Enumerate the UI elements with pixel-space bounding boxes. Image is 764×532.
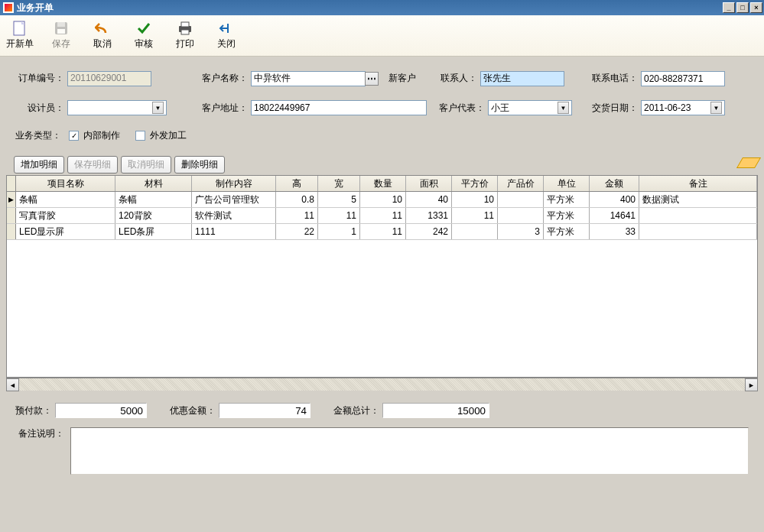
- cell-amount[interactable]: 33: [590, 224, 639, 239]
- cell-width[interactable]: 5: [318, 192, 360, 207]
- cell-project[interactable]: 条幅: [16, 192, 115, 207]
- cell-qty[interactable]: 10: [360, 192, 406, 207]
- row-indicator: [7, 224, 16, 239]
- cell-height[interactable]: 11: [276, 208, 318, 223]
- cell-area[interactable]: 1331: [406, 208, 452, 223]
- delivery-date-label: 交货日期：: [589, 102, 638, 115]
- cell-content[interactable]: 1111: [192, 224, 276, 239]
- table-row[interactable]: 写真背胶120背胶软件测试111111133111平方米14641: [7, 208, 757, 224]
- cell-note[interactable]: [639, 208, 757, 223]
- cell-qty[interactable]: 11: [360, 208, 406, 223]
- col-material[interactable]: 材料: [115, 176, 192, 191]
- chevron-down-icon: ▼: [152, 102, 164, 114]
- cell-project[interactable]: LED显示屏: [16, 224, 115, 239]
- delivery-date-picker[interactable]: 2011-06-23 ▼: [641, 100, 725, 115]
- outsource-checkbox[interactable]: [135, 131, 145, 141]
- table-row[interactable]: ▶条幅条幅广告公司管理软0.85104010平方米400数据测试: [7, 192, 757, 208]
- cell-unit[interactable]: 平方米: [544, 192, 590, 207]
- designer-label: 设计员：: [15, 102, 64, 115]
- cell-sqprice[interactable]: 10: [452, 192, 498, 207]
- row-indicator: ▶: [7, 192, 16, 207]
- col-width[interactable]: 宽: [318, 176, 360, 191]
- cell-material[interactable]: 条幅: [115, 192, 192, 207]
- cell-width[interactable]: 11: [318, 208, 360, 223]
- prepay-field[interactable]: [55, 403, 147, 418]
- close-button[interactable]: 关闭: [213, 21, 240, 50]
- cell-material[interactable]: 120背胶: [115, 208, 192, 223]
- new-icon: [12, 21, 28, 36]
- detail-grid: 项目名称 材料 制作内容 高 宽 数量 面积 平方价 产品价 单位 金额 备注 …: [6, 175, 758, 378]
- cell-content[interactable]: 广告公司管理软: [192, 192, 276, 207]
- cell-prodprice[interactable]: [498, 192, 544, 207]
- total-field[interactable]: [382, 403, 489, 418]
- print-button[interactable]: 打印: [171, 21, 199, 50]
- total-label: 金额总计：: [333, 404, 379, 417]
- minimize-button[interactable]: _: [723, 2, 735, 13]
- col-project[interactable]: 项目名称: [16, 176, 115, 191]
- cell-project[interactable]: 写真背胶: [16, 208, 115, 223]
- save-detail-button: 保存明细: [67, 156, 118, 174]
- delete-detail-button[interactable]: 删除明细: [174, 156, 225, 174]
- table-row[interactable]: LED显示屏LED条屏1111221112423平方米33: [7, 224, 757, 240]
- col-height[interactable]: 高: [276, 176, 318, 191]
- col-note[interactable]: 备注: [639, 176, 757, 191]
- cell-qty[interactable]: 11: [360, 224, 406, 239]
- cell-sqprice[interactable]: [452, 224, 498, 239]
- app-icon: [3, 2, 14, 13]
- scroll-right-button[interactable]: ►: [745, 378, 758, 391]
- internal-checkbox[interactable]: ✓: [69, 131, 79, 141]
- cell-area[interactable]: 40: [406, 192, 452, 207]
- cell-height[interactable]: 0.8: [276, 192, 318, 207]
- cell-unit[interactable]: 平方米: [544, 208, 590, 223]
- cust-addr-field[interactable]: [251, 100, 427, 115]
- cell-area[interactable]: 242: [406, 224, 452, 239]
- cell-amount[interactable]: 400: [590, 192, 639, 207]
- contact-field[interactable]: [480, 71, 564, 86]
- col-qty[interactable]: 数量: [360, 176, 406, 191]
- titlebar: 业务开单 _ □ ×: [0, 0, 764, 15]
- cancel-detail-button: 取消明细: [121, 156, 171, 174]
- cell-unit[interactable]: 平方米: [544, 224, 590, 239]
- cell-note[interactable]: 数据测试: [639, 192, 757, 207]
- cust-lookup-button[interactable]: ⋯: [365, 72, 379, 86]
- remarks-field[interactable]: [70, 427, 749, 475]
- designer-combo[interactable]: ▼: [67, 100, 167, 115]
- undo-icon: [95, 21, 110, 36]
- cell-amount[interactable]: 14641: [590, 208, 639, 223]
- audit-button[interactable]: 审核: [130, 21, 158, 50]
- row-indicator-header: [7, 176, 16, 191]
- close-window-button[interactable]: ×: [750, 2, 762, 13]
- prepay-label: 预付款：: [15, 404, 52, 417]
- add-detail-button[interactable]: 增加明细: [14, 156, 64, 174]
- row-indicator: [7, 208, 16, 223]
- col-sqprice[interactable]: 平方价: [452, 176, 498, 191]
- form-area: 订单编号： 20110629001 客户名称： ⋯ 新客户 联系人： 联系电话：…: [0, 57, 764, 156]
- cancel-button[interactable]: 取消: [89, 21, 116, 50]
- maximize-button[interactable]: □: [736, 2, 749, 13]
- cell-content[interactable]: 软件测试: [192, 208, 276, 223]
- cell-prodprice[interactable]: [498, 208, 544, 223]
- scroll-left-button[interactable]: ◄: [6, 378, 19, 391]
- col-area[interactable]: 面积: [406, 176, 452, 191]
- cell-prodprice[interactable]: 3: [498, 224, 544, 239]
- phone-field[interactable]: [641, 71, 725, 86]
- col-prodprice[interactable]: 产品价: [498, 176, 544, 191]
- cust-rep-combo[interactable]: 小王 ▼: [488, 100, 572, 115]
- cell-note[interactable]: [639, 224, 757, 239]
- cell-material[interactable]: LED条屏: [115, 224, 192, 239]
- discount-field[interactable]: [219, 403, 310, 418]
- svg-rect-5: [181, 22, 189, 27]
- new-order-button[interactable]: 开新单: [6, 21, 34, 50]
- scroll-track[interactable]: [19, 378, 745, 391]
- cust-addr-label: 客户地址：: [199, 102, 248, 115]
- col-content[interactable]: 制作内容: [192, 176, 276, 191]
- outsource-label: 外发加工: [150, 129, 187, 142]
- col-unit[interactable]: 单位: [544, 176, 590, 191]
- new-customer-button[interactable]: 新客户: [385, 70, 420, 86]
- cell-sqprice[interactable]: 11: [452, 208, 498, 223]
- cust-name-field[interactable]: [251, 71, 366, 86]
- cell-width[interactable]: 1: [318, 224, 360, 239]
- cust-rep-label: 客户代表：: [436, 102, 485, 115]
- cell-height[interactable]: 22: [276, 224, 318, 239]
- col-amount[interactable]: 金额: [590, 176, 639, 191]
